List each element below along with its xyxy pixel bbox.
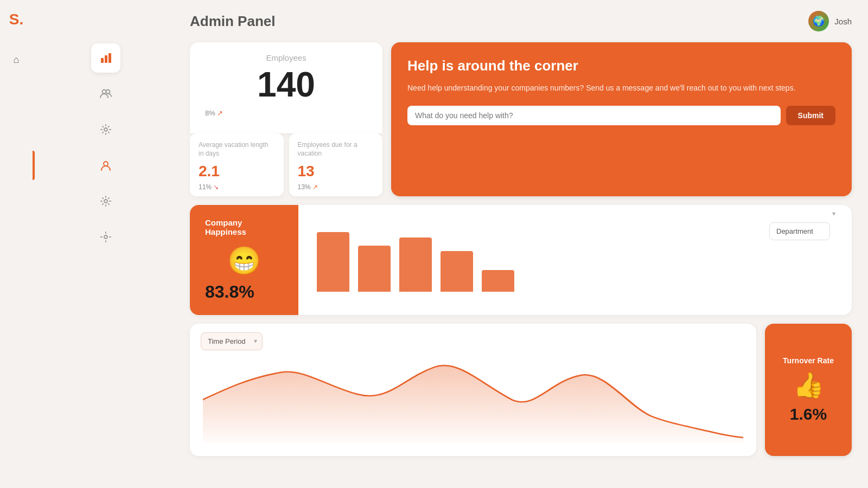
employees-card: Employees 140 8% ↗ xyxy=(190,42,382,133)
avatar: 🌍 xyxy=(808,11,829,31)
page-title: Admin Panel xyxy=(190,13,275,30)
bar-4 xyxy=(441,251,473,292)
icon-rail: S. ⌂ xyxy=(0,0,33,488)
header: Admin Panel 🌍 Josh xyxy=(190,11,852,31)
turnover-percentage: 1.6% xyxy=(790,405,827,423)
sub-cards-row: Average vacation length in days 2.1 11% … xyxy=(190,133,382,196)
vacation-due-trend: ↗ xyxy=(312,183,318,191)
sidebar-item-people[interactable] xyxy=(91,79,120,108)
brand-logo: S. xyxy=(9,11,23,28)
top-row: Employees 140 8% ↗ Average vacation leng… xyxy=(190,42,852,196)
sidebar-item-settings1[interactable] xyxy=(91,115,120,144)
bottom-row: Time Period Turnover Rate 👍 1.6% xyxy=(190,324,852,456)
avg-vacation-change: 11% ↘ xyxy=(199,183,275,191)
bar-2 xyxy=(358,246,391,292)
svg-point-8 xyxy=(104,235,107,239)
happiness-title: Company Happiness xyxy=(205,218,283,236)
happiness-emoji: 😁 xyxy=(205,245,283,277)
help-submit-button[interactable]: Submit xyxy=(786,106,835,125)
active-indicator xyxy=(33,151,35,180)
happiness-left: Company Happiness 😁 83.8% xyxy=(190,205,298,315)
main-content: Admin Panel 🌍 Josh Employees 140 8% ↗ Av… xyxy=(179,0,868,488)
happiness-right: Department xyxy=(298,205,852,315)
sidebar xyxy=(33,0,179,488)
help-input[interactable] xyxy=(407,106,781,125)
user-name: Josh xyxy=(834,17,852,26)
sidebar-item-settings2[interactable] xyxy=(91,187,120,216)
turnover-chart-card: Time Period xyxy=(190,324,756,456)
help-form: Submit xyxy=(407,106,835,125)
svg-point-6 xyxy=(104,162,108,166)
sidebar-item-user[interactable] xyxy=(91,151,120,180)
happiness-percentage: 83.8% xyxy=(205,282,283,302)
sidebar-item-chart[interactable] xyxy=(91,43,120,73)
employees-change-value: 8% xyxy=(205,109,215,117)
avg-vacation-card: Average vacation length in days 2.1 11% … xyxy=(190,133,284,196)
svg-point-7 xyxy=(104,200,107,203)
avg-vacation-value: 2.1 xyxy=(199,163,275,180)
vacation-due-label: Employees due for a vacation xyxy=(298,141,374,158)
department-dropdown[interactable]: Department xyxy=(769,222,830,240)
vacation-due-value: 13 xyxy=(298,163,374,180)
bar-5 xyxy=(482,270,514,292)
svg-point-5 xyxy=(104,128,107,131)
bar-1 xyxy=(317,232,349,292)
vacation-due-change: 13% ↗ xyxy=(298,183,374,191)
vacation-due-card: Employees due for a vacation 13 13% ↗ xyxy=(289,133,383,196)
help-card: Help is around the corner Need help unde… xyxy=(391,42,852,196)
avg-vacation-label: Average vacation length in days xyxy=(199,141,275,158)
avg-vacation-trend: ↘ xyxy=(213,183,219,191)
svg-rect-1 xyxy=(105,55,107,63)
svg-point-3 xyxy=(103,90,106,94)
user-info: 🌍 Josh xyxy=(808,11,852,31)
bar-3 xyxy=(399,237,432,292)
happiness-row: Company Happiness 😁 83.8% Department xyxy=(190,205,852,315)
employees-trend-icon: ↗ xyxy=(217,109,223,117)
help-description: Need help understanding your companies n… xyxy=(407,82,835,94)
sidebar-item-home[interactable]: ⌂ xyxy=(7,50,26,69)
time-period-dropdown-wrap[interactable]: Time Period xyxy=(201,332,263,350)
svg-rect-0 xyxy=(101,58,104,63)
happiness-bar-chart xyxy=(311,216,839,292)
line-chart xyxy=(203,356,743,443)
employees-label: Employees xyxy=(205,53,367,62)
turnover-rate-card: Turnover Rate 👍 1.6% xyxy=(765,324,852,456)
sidebar-item-settings3[interactable] xyxy=(91,222,120,252)
employees-count: 140 xyxy=(205,66,367,104)
svg-point-4 xyxy=(106,90,110,94)
employees-section: Employees 140 8% ↗ Average vacation leng… xyxy=(190,42,382,196)
turnover-emoji: 👍 xyxy=(793,370,824,400)
svg-rect-2 xyxy=(108,53,111,63)
help-title: Help is around the corner xyxy=(407,57,835,74)
employees-change: 8% ↗ xyxy=(205,109,367,117)
time-period-dropdown[interactable]: Time Period xyxy=(201,332,263,350)
turnover-rate-title: Turnover Rate xyxy=(783,356,834,365)
